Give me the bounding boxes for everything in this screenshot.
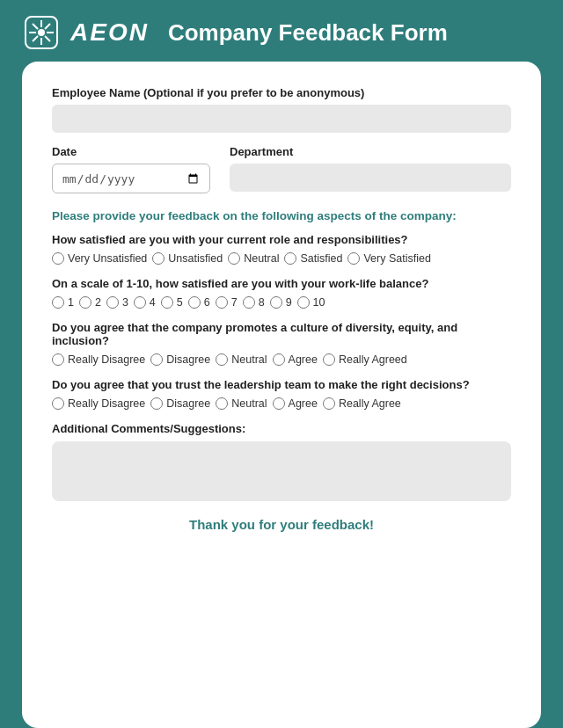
q2-radio-6[interactable]: [216, 296, 228, 309]
question-2-options: 1 2 3 4 5 6 7 8 9 10: [52, 296, 511, 309]
q1-radio-3[interactable]: [284, 252, 296, 265]
q4-radio-1[interactable]: [150, 397, 163, 410]
q4-radio-0[interactable]: [52, 397, 64, 410]
q2-radio-9[interactable]: [297, 296, 310, 309]
question-4-options: Really Disagree Disagree Neutral Agree R…: [52, 397, 511, 410]
question-2-block: On a scale of 1-10, how satisfied are yo…: [52, 277, 511, 309]
comments-block: Additional Comments/Suggestions:: [52, 422, 511, 505]
q3-radio-4[interactable]: [323, 353, 335, 366]
q1-option-2[interactable]: Neutral: [228, 252, 279, 265]
q2-option-1[interactable]: 2: [79, 296, 101, 309]
q1-option-4[interactable]: Very Satisfied: [347, 252, 430, 265]
q3-option-4[interactable]: Really Agreed: [323, 353, 407, 366]
question-3-block: Do you agree that the company promotes a…: [52, 321, 511, 366]
q2-radio-0[interactable]: [52, 296, 64, 309]
q3-radio-2[interactable]: [216, 353, 228, 366]
department-group: Department: [230, 145, 511, 193]
form-card: Employee Name (Optional if you prefer to…: [22, 62, 541, 728]
q4-option-4[interactable]: Really Agree: [323, 397, 401, 410]
q3-radio-3[interactable]: [273, 353, 285, 366]
q2-option-8[interactable]: 9: [270, 296, 292, 309]
q4-option-1[interactable]: Disagree: [150, 397, 210, 410]
q2-option-0[interactable]: 1: [52, 296, 74, 309]
q2-option-2[interactable]: 3: [106, 296, 128, 309]
svg-line-8: [45, 24, 50, 29]
q1-option-3[interactable]: Satisfied: [284, 252, 342, 265]
svg-line-7: [45, 36, 50, 41]
q2-radio-5[interactable]: [188, 296, 201, 309]
q2-option-9[interactable]: 10: [297, 296, 325, 309]
question-4-block: Do you agree that you trust the leadersh…: [52, 378, 511, 410]
date-label: Date: [52, 145, 210, 158]
q2-option-5[interactable]: 6: [188, 296, 210, 309]
q4-option-2[interactable]: Neutral: [216, 397, 267, 410]
q4-radio-3[interactable]: [273, 397, 285, 410]
employee-name-label: Employee Name (Optional if you prefer to…: [52, 86, 511, 99]
employee-name-group: Employee Name (Optional if you prefer to…: [52, 86, 511, 133]
logo-text: AEON: [70, 18, 149, 47]
q3-option-3[interactable]: Agree: [273, 353, 318, 366]
q3-option-0[interactable]: Really Disagree: [52, 353, 145, 366]
q2-radio-2[interactable]: [106, 296, 119, 309]
comments-textarea[interactable]: [52, 441, 511, 501]
question-4-text: Do you agree that you trust the leadersh…: [52, 378, 511, 391]
date-group: Date: [52, 145, 210, 193]
q3-radio-1[interactable]: [150, 353, 163, 366]
q1-radio-1[interactable]: [152, 252, 165, 265]
q4-option-3[interactable]: Agree: [273, 397, 318, 410]
q2-radio-3[interactable]: [134, 296, 146, 309]
q1-option-0[interactable]: Very Unsatisfied: [52, 252, 147, 265]
thank-you-text: Thank you for your feedback!: [52, 517, 511, 532]
department-label: Department: [230, 145, 511, 158]
q2-radio-7[interactable]: [243, 296, 255, 309]
svg-point-1: [38, 29, 45, 36]
question-1-text: How satisfied are you with your current …: [52, 233, 511, 246]
q4-option-0[interactable]: Really Disagree: [52, 397, 145, 410]
q2-option-6[interactable]: 7: [216, 296, 238, 309]
question-1-options: Very Unsatisfied Unsatisfied Neutral Sat…: [52, 252, 511, 265]
employee-name-input[interactable]: [52, 105, 511, 133]
svg-line-9: [33, 36, 38, 41]
header: AEON Company Feedback Form: [0, 0, 563, 62]
q3-option-1[interactable]: Disagree: [150, 353, 210, 366]
question-3-options: Really Disagree Disagree Neutral Agree R…: [52, 353, 511, 366]
q1-radio-4[interactable]: [347, 252, 360, 265]
q1-option-1[interactable]: Unsatisfied: [152, 252, 223, 265]
date-department-row: Date Department: [52, 145, 511, 193]
comments-label: Additional Comments/Suggestions:: [52, 422, 511, 435]
q2-option-7[interactable]: 8: [243, 296, 265, 309]
question-1-block: How satisfied are you with your current …: [52, 233, 511, 265]
department-input[interactable]: [230, 164, 511, 192]
date-input[interactable]: [52, 164, 210, 193]
q2-option-4[interactable]: 5: [161, 296, 183, 309]
q1-radio-0[interactable]: [52, 252, 64, 265]
q2-radio-1[interactable]: [79, 296, 91, 309]
q2-radio-4[interactable]: [161, 296, 173, 309]
logo-icon: [25, 16, 58, 49]
svg-line-6: [33, 24, 38, 29]
page-title: Company Feedback Form: [168, 19, 448, 47]
q3-radio-0[interactable]: [52, 353, 64, 366]
q4-radio-4[interactable]: [323, 397, 335, 410]
question-3-text: Do you agree that the company promotes a…: [52, 321, 511, 347]
q1-radio-2[interactable]: [228, 252, 240, 265]
q2-radio-8[interactable]: [270, 296, 282, 309]
section-instruction: Please provide your feedback on the foll…: [52, 209, 511, 222]
q2-option-3[interactable]: 4: [134, 296, 156, 309]
question-2-text: On a scale of 1-10, how satisfied are yo…: [52, 277, 511, 290]
q4-radio-2[interactable]: [216, 397, 228, 410]
q3-option-2[interactable]: Neutral: [216, 353, 267, 366]
